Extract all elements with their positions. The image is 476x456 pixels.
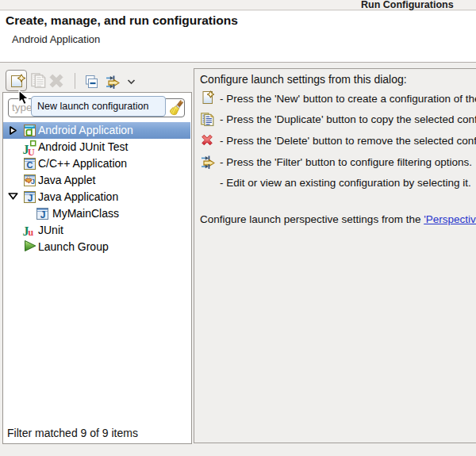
svg-text:C: C	[27, 160, 33, 170]
svg-text:J: J	[28, 193, 33, 204]
svg-text:U: U	[28, 147, 35, 158]
svg-text:J: J	[31, 177, 35, 186]
svg-text:u: u	[28, 227, 33, 238]
svg-text:J: J	[40, 209, 46, 220]
